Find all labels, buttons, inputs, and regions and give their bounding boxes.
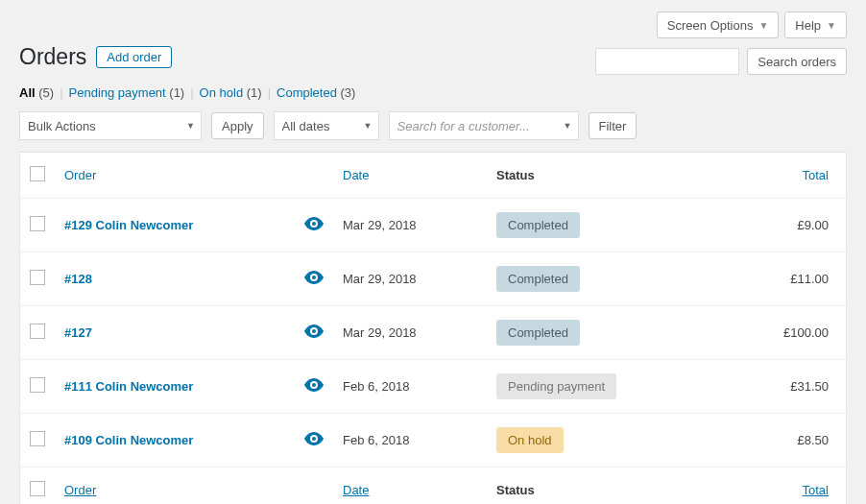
checkbox-icon[interactable]	[30, 481, 45, 496]
date-filter-select[interactable]: All dates	[274, 111, 379, 140]
table-row: #129 Colin NewcomerMar 29, 2018Completed…	[20, 199, 847, 252]
filter-separator: |	[266, 85, 273, 100]
search-orders-button[interactable]: Search orders	[747, 48, 847, 75]
select-all-header[interactable]	[20, 153, 56, 199]
chevron-down-icon: ▼	[758, 20, 768, 31]
select-all-footer[interactable]	[20, 468, 56, 505]
status-filter-count: (3)	[341, 85, 356, 100]
chevron-down-icon: ▼	[827, 20, 836, 31]
row-checkbox[interactable]	[30, 431, 45, 446]
order-date: Mar 29, 2018	[333, 199, 487, 252]
help-button[interactable]: Help ▼	[784, 12, 847, 38]
bulk-actions-label: Bulk Actions	[28, 119, 96, 133]
checkbox-icon[interactable]	[30, 166, 45, 181]
orders-table: Order Date Status Total #129 Colin Newco…	[19, 152, 847, 504]
date-filter-label: All dates	[282, 119, 330, 133]
order-link[interactable]: #127	[64, 325, 92, 340]
order-date: Feb 6, 2018	[333, 414, 487, 468]
table-row: #127Mar 29, 2018Completed£100.00	[20, 306, 847, 360]
preview-eye-icon[interactable]	[304, 324, 324, 341]
row-checkbox[interactable]	[30, 270, 45, 285]
order-total: £100.00	[698, 306, 847, 360]
filter-button[interactable]: Filter	[589, 112, 637, 139]
order-total: £11.00	[698, 252, 847, 306]
filter-separator: |	[188, 85, 195, 100]
order-total: £8.50	[698, 414, 847, 468]
order-link[interactable]: #128	[64, 272, 92, 286]
preview-eye-icon[interactable]	[304, 271, 324, 287]
row-checkbox[interactable]	[30, 377, 45, 393]
table-row: #111 Colin NewcomerFeb 6, 2018Pending pa…	[20, 360, 847, 414]
status-filter-all[interactable]: All	[19, 85, 38, 100]
preview-eye-icon[interactable]	[304, 217, 324, 233]
preview-eye-icon[interactable]	[304, 378, 324, 395]
filter-separator: |	[58, 85, 64, 100]
bulk-apply-button[interactable]: Apply	[211, 112, 264, 139]
footer-column-total[interactable]: Total	[803, 483, 829, 497]
customer-filter-placeholder: Search for a customer...	[397, 119, 530, 133]
add-order-button[interactable]: Add order	[96, 46, 172, 68]
order-total: £9.00	[698, 199, 847, 252]
table-row: #109 Colin NewcomerFeb 6, 2018On hold£8.…	[20, 414, 847, 468]
help-label: Help	[795, 18, 821, 33]
footer-column-status: Status	[487, 468, 698, 505]
order-date: Mar 29, 2018	[333, 252, 487, 306]
screen-options-label: Screen Options	[667, 18, 754, 33]
column-total[interactable]: Total	[698, 153, 847, 199]
status-filter-pending-payment[interactable]: Pending payment	[69, 85, 170, 100]
order-link[interactable]: #111 Colin Newcomer	[64, 379, 193, 394]
column-status: Status	[487, 153, 698, 199]
order-date: Mar 29, 2018	[333, 306, 487, 360]
order-link[interactable]: #129 Colin Newcomer	[64, 218, 193, 232]
status-filter-completed[interactable]: Completed	[277, 85, 340, 100]
screen-options-button[interactable]: Screen Options ▼	[657, 12, 780, 38]
table-row: #128Mar 29, 2018Completed£11.00	[20, 252, 847, 306]
status-badge: Completed	[496, 212, 580, 238]
status-filter-on-hold[interactable]: On hold	[200, 85, 247, 100]
status-badge: Pending payment	[496, 373, 616, 399]
order-date: Feb 6, 2018	[333, 360, 487, 414]
page-title: Orders	[19, 44, 86, 70]
order-total: £31.50	[698, 360, 847, 414]
row-checkbox[interactable]	[30, 324, 45, 339]
column-order[interactable]: Order	[55, 153, 295, 199]
status-badge: Completed	[496, 320, 580, 346]
footer-column-order[interactable]: Order	[64, 483, 96, 497]
preview-eye-icon[interactable]	[304, 432, 324, 448]
column-date[interactable]: Date	[333, 153, 487, 199]
status-filter-count: (1)	[247, 85, 262, 100]
order-link[interactable]: #109 Colin Newcomer	[64, 433, 193, 447]
status-filter-count: (1)	[169, 85, 184, 100]
status-filter-count: (5)	[38, 85, 54, 100]
footer-column-date[interactable]: Date	[343, 483, 369, 497]
column-preview	[295, 153, 333, 199]
search-orders-input[interactable]	[595, 48, 739, 75]
status-badge: Completed	[496, 266, 580, 292]
customer-filter-select[interactable]: Search for a customer...	[389, 111, 579, 140]
status-filter-row: All (5)|Pending payment (1)|On hold (1)|…	[19, 85, 847, 100]
bulk-actions-select[interactable]: Bulk Actions	[19, 111, 202, 140]
status-badge: On hold	[496, 427, 564, 453]
row-checkbox[interactable]	[30, 216, 45, 231]
